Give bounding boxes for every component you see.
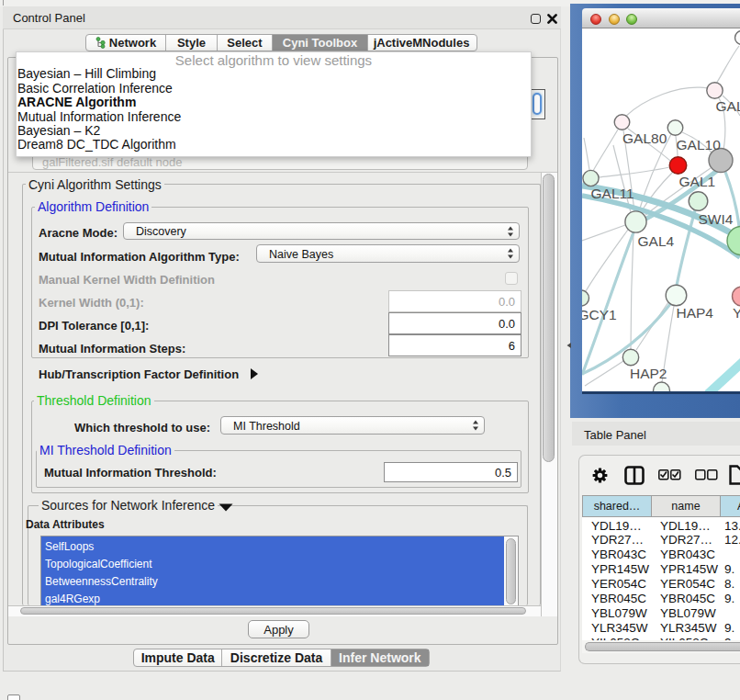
svg-text:GAL4: GAL4 [638,233,675,249]
svg-text:GAL1: GAL1 [679,174,716,189]
svg-text:GAL2: GAL2 [716,98,740,114]
svg-text:SWI4: SWI4 [699,211,734,227]
svg-text:Y: Y [733,305,740,321]
svg-text:HAP4: HAP4 [677,305,714,321]
svg-text:GAL10: GAL10 [677,137,722,152]
svg-text:GCY1: GCY1 [582,307,617,322]
svg-text:GAL11: GAL11 [591,186,634,201]
svg-text:HAP2: HAP2 [630,366,667,381]
svg-text:GAL80: GAL80 [622,130,667,146]
